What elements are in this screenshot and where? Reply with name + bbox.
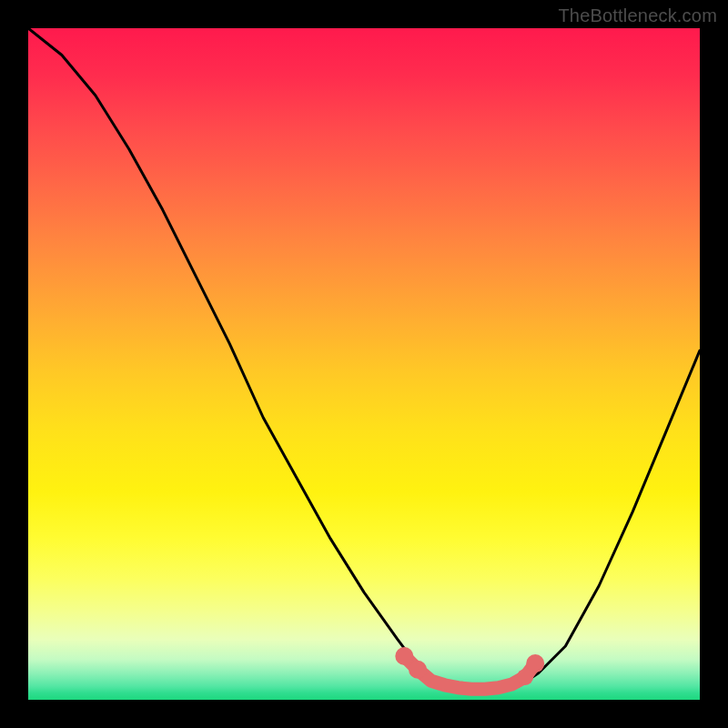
marker-dot [517,669,533,685]
curve-layer [28,28,700,700]
marker-dot [409,661,427,679]
marker-dot [395,647,413,665]
chart-frame: TheBottleneck.com [0,0,728,728]
watermark-text: TheBottleneck.com [558,5,717,26]
marker-dots [395,647,544,685]
bottleneck-curve [28,28,700,690]
plot-area [28,28,700,700]
